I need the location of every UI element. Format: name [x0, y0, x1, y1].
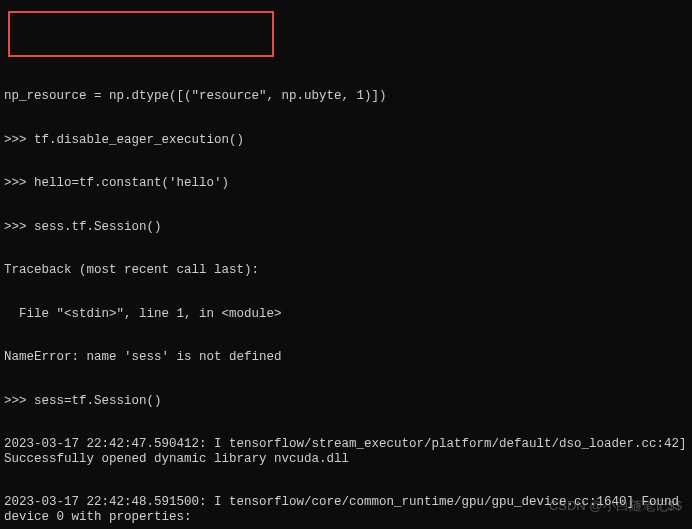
log-line: >>> sess=tf.Session() [4, 394, 688, 409]
log-line: >>> hello=tf.constant('hello') [4, 176, 688, 191]
log-line: NameError: name 'sess' is not defined [4, 350, 688, 365]
log-line: >>> sess.tf.Session() [4, 220, 688, 235]
log-line: File "<stdin>", line 1, in <module> [4, 307, 688, 322]
terminal-output[interactable]: np_resource = np.dtype([("resource", np.… [4, 60, 688, 529]
log-line: 2023-03-17 22:42:48.591500: I tensorflow… [4, 495, 688, 524]
annotation-highlight-box [8, 11, 274, 57]
log-line: >>> tf.disable_eager_execution() [4, 133, 688, 148]
log-line: 2023-03-17 22:42:47.590412: I tensorflow… [4, 437, 688, 466]
log-line: np_resource = np.dtype([("resource", np.… [4, 89, 688, 104]
log-line: Traceback (most recent call last): [4, 263, 688, 278]
